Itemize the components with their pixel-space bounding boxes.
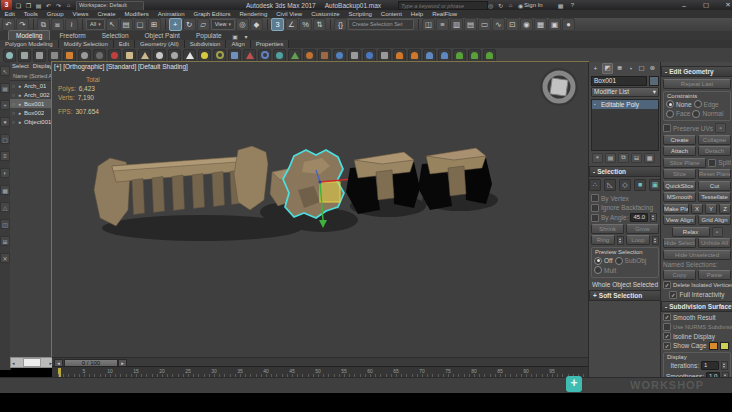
populate-person-2-icon[interactable] (408, 49, 421, 62)
menu-tools[interactable]: Tools (19, 11, 42, 17)
stack-icon[interactable] (348, 49, 361, 62)
edit-named-selections-icon[interactable]: {} (334, 18, 347, 31)
grid-tool-icon[interactable] (48, 49, 61, 62)
reference-coordinate-dropdown[interactable]: View▾ (211, 19, 235, 30)
slice-plane-button[interactable]: Slice Plane (663, 158, 706, 168)
search-icon[interactable]: ◎ (486, 1, 495, 9)
scene-object-row[interactable]: ○●Arch_01 (10, 81, 52, 90)
subdivision-surface-rollout-header[interactable]: - Subdivision Surface (661, 301, 732, 312)
planar-y-button[interactable]: Y (705, 204, 717, 214)
edge-subobject-icon[interactable]: ◺ (604, 179, 616, 191)
relax-settings-icon[interactable]: ▫ (712, 227, 723, 237)
modify-tab-icon[interactable]: ◩ (602, 63, 613, 74)
pyramid-primitive-icon[interactable] (183, 49, 196, 62)
collapse-button[interactable]: Collapse (698, 135, 731, 145)
help-menu-icon[interactable]: ? (568, 1, 577, 9)
foliage-icon[interactable] (288, 49, 301, 62)
pen-tool-icon[interactable] (243, 49, 256, 62)
align-icon[interactable]: ≡ (436, 18, 449, 31)
explorer-add-icon[interactable]: + (0, 100, 10, 110)
populate-person-7-icon[interactable] (483, 49, 496, 62)
ribbon-section-modify-selection[interactable]: Modify Selection (59, 40, 114, 48)
preserve-uvs-settings-icon[interactable]: ▫ (715, 123, 726, 133)
ribbon-config-icon[interactable]: ▣ (231, 32, 240, 40)
populate-person-5-icon[interactable] (453, 49, 466, 62)
menu-scripting[interactable]: Scripting (344, 11, 376, 17)
unlink-selection-icon[interactable]: ⧈ (51, 18, 64, 31)
by-angle-spinner[interactable] (650, 213, 657, 222)
scroll-left-icon[interactable]: ◂ (11, 360, 16, 366)
torus-primitive-icon[interactable] (213, 49, 226, 62)
populate-person-3-icon[interactable] (423, 49, 436, 62)
material-editor-icon[interactable]: ◉ (520, 18, 533, 31)
open-file-icon[interactable]: ❐ (24, 1, 33, 9)
create-button[interactable]: Create (663, 135, 696, 145)
menu-content[interactable]: Content (376, 11, 406, 17)
explorer-tri-icon[interactable]: △ (0, 202, 10, 212)
render-toggle-icon[interactable]: ● (18, 101, 23, 107)
render-toggle-icon[interactable]: ● (18, 119, 23, 125)
paint-object-icon[interactable] (303, 49, 316, 62)
vertex-subobject-icon[interactable]: ∴ (589, 179, 601, 191)
ribbon-section-align[interactable]: Align (226, 40, 250, 48)
hide-unselected-button[interactable]: Hide Unselected (663, 250, 731, 260)
msmooth-button[interactable]: MSmooth (663, 192, 696, 202)
preserve-uvs-checkbox[interactable] (663, 124, 671, 132)
view-align-button[interactable]: View Align (663, 215, 696, 225)
grid-align-button[interactable]: Grid Align (698, 215, 731, 225)
create-tab-icon[interactable]: + (591, 64, 600, 73)
constraint-edge-radio[interactable] (694, 100, 702, 108)
dark-sphere-icon[interactable] (93, 49, 106, 62)
select-object-icon[interactable]: ↖ (106, 18, 119, 31)
menu-customize[interactable]: Customize (307, 11, 344, 17)
scrollbar-thumb[interactable] (23, 358, 41, 367)
pin-stack-icon[interactable]: ⌖ (592, 153, 603, 163)
flag-tool-icon[interactable] (63, 49, 76, 62)
menu-views[interactable]: Views (68, 11, 93, 17)
ribbon-section-properties[interactable]: Properties (251, 40, 289, 48)
detach-button[interactable]: Detach (698, 146, 731, 156)
brush-icon[interactable] (318, 49, 331, 62)
scene-object-row[interactable]: ○●Arch_002 (10, 90, 52, 99)
object-color-swatch[interactable] (649, 76, 659, 86)
by-vertex-checkbox[interactable] (591, 194, 599, 202)
redo-qat-icon[interactable]: ↷ (54, 1, 63, 9)
modifier-list-dropdown[interactable]: Modifier List▾ (591, 87, 659, 97)
red-cross-icon[interactable] (108, 49, 121, 62)
new-file-icon[interactable]: ❏ (14, 1, 23, 9)
swift-loop-icon[interactable] (18, 49, 31, 62)
render-toggle-icon[interactable]: ● (18, 110, 23, 116)
populate-person-1-icon[interactable] (393, 49, 406, 62)
visibility-icon[interactable]: ○ (12, 101, 17, 107)
grow-button[interactable]: Grow (626, 224, 659, 234)
paint-deform-icon[interactable] (33, 49, 46, 62)
explorer-sphere-icon[interactable]: ● (0, 117, 10, 127)
menu-group[interactable]: Group (42, 11, 68, 17)
ribbon-tab-selection[interactable]: Selection (95, 31, 136, 40)
preview-off-radio[interactable] (594, 257, 602, 265)
configure-modifier-sets-icon[interactable]: ▦ (644, 153, 655, 163)
maximize-button[interactable]: ▢ (698, 1, 714, 9)
loop-button[interactable]: Loop (626, 235, 650, 245)
explorer-layers-icon[interactable]: ≡ (0, 151, 10, 161)
reset-plane-button[interactable]: Reset Plane (698, 169, 731, 179)
schematic-view-icon[interactable]: ⊡ (506, 18, 519, 31)
snaps-toggle-icon[interactable]: 3 (271, 18, 284, 31)
rotate-tool-icon[interactable] (78, 49, 91, 62)
repeat-last-button[interactable]: Repeat Last (663, 79, 731, 89)
render-setup-icon[interactable]: ▦ (534, 18, 547, 31)
undo-qat-icon[interactable]: ↶ (44, 1, 53, 9)
sync-icon[interactable]: ↻ (496, 1, 505, 9)
mirror-icon[interactable]: ◫ (422, 18, 435, 31)
hide-selected-button[interactable]: Hide Selected (663, 238, 696, 248)
sun-icon[interactable] (198, 49, 211, 62)
selection-rollout-header[interactable]: - Selection (589, 166, 661, 177)
curve-editor-icon[interactable]: ∿ (492, 18, 505, 31)
toggle-ribbon-icon[interactable]: ▭ (478, 18, 491, 31)
explorer-list-icon[interactable]: ▤ (0, 83, 10, 93)
scene-object-row[interactable]: ○●Object001 (10, 117, 52, 126)
explorer-half-icon[interactable]: ◐ (0, 168, 10, 178)
make-planar-button[interactable]: Make Planar (663, 204, 689, 214)
explorer-select-icon[interactable]: ↖ (0, 66, 10, 76)
make-unique-icon[interactable]: ⧉ (618, 153, 629, 163)
